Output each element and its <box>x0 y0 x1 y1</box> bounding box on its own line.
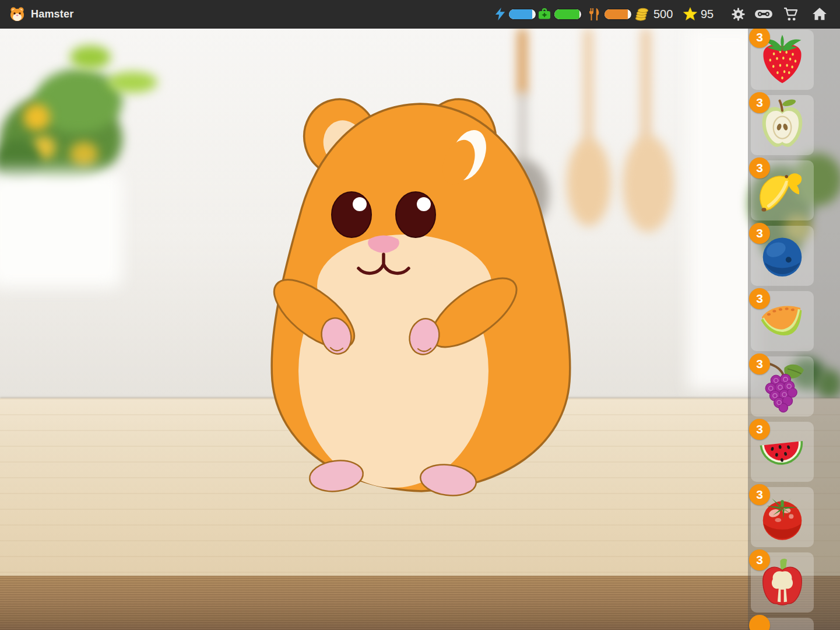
food-item-strawberry[interactable]: 3 <box>751 30 814 90</box>
app-title: Hamster <box>31 8 73 20</box>
food-item-grapes[interactable]: 3 <box>751 356 814 416</box>
energy-bar <box>509 9 536 19</box>
medkit-icon <box>537 7 551 21</box>
food-stat <box>587 0 631 28</box>
food-item-melon-slice[interactable]: 3 <box>751 291 814 351</box>
count-badge: 3 <box>749 354 770 374</box>
count-badge: 3 <box>749 550 770 570</box>
energy-stat <box>494 0 536 28</box>
energy-bar-fill <box>509 9 532 19</box>
food-item-banana[interactable]: 3 <box>751 160 814 220</box>
pet-hamster[interactable] <box>263 92 578 501</box>
health-bar-fill <box>554 9 579 19</box>
food-bar-fill <box>604 9 628 19</box>
star-icon <box>683 7 698 22</box>
home-button[interactable] <box>812 0 827 28</box>
lightning-bolt-icon <box>494 6 506 22</box>
count-badge: 3 <box>749 92 770 113</box>
count-badge <box>749 615 770 630</box>
food-item-apple-half[interactable]: 3 <box>751 95 814 155</box>
food-bar <box>604 9 631 19</box>
food-item-watermelon-slice[interactable]: 3 <box>751 422 814 482</box>
stars-stat: 95 <box>683 0 714 28</box>
cart-icon <box>783 6 799 22</box>
food-item-bell-pepper[interactable]: 3 <box>751 552 814 612</box>
shop-button[interactable] <box>783 0 799 28</box>
home-icon <box>812 7 827 21</box>
kitchen-scene <box>0 28 840 630</box>
gear-icon <box>732 8 745 21</box>
gamepad-icon <box>754 8 773 20</box>
app-brand: Hamster <box>9 0 73 28</box>
food-item-blueberry[interactable]: 3 <box>751 226 814 286</box>
top-bar: Hamster <box>0 0 840 29</box>
food-item-tomato[interactable]: 3 <box>751 487 814 547</box>
health-stat <box>537 0 581 28</box>
coins-value: 500 <box>653 8 673 21</box>
food-sidebar: 3 3 <box>748 28 840 630</box>
coins-stat: 500 <box>635 0 673 28</box>
count-badge: 3 <box>749 288 770 309</box>
cutlery-icon <box>587 7 602 22</box>
health-bar <box>554 9 581 19</box>
count-badge: 3 <box>749 419 770 440</box>
settings-button[interactable] <box>732 0 745 28</box>
hamster-logo-icon <box>9 6 25 22</box>
games-button[interactable] <box>754 0 773 28</box>
coins-icon <box>635 7 651 22</box>
table-front-edge <box>0 576 840 630</box>
count-badge: 3 <box>749 223 770 244</box>
count-badge: 3 <box>749 158 770 178</box>
stars-value: 95 <box>701 8 714 21</box>
food-item-next-peek[interactable] <box>751 618 814 630</box>
count-badge: 3 <box>749 484 770 505</box>
